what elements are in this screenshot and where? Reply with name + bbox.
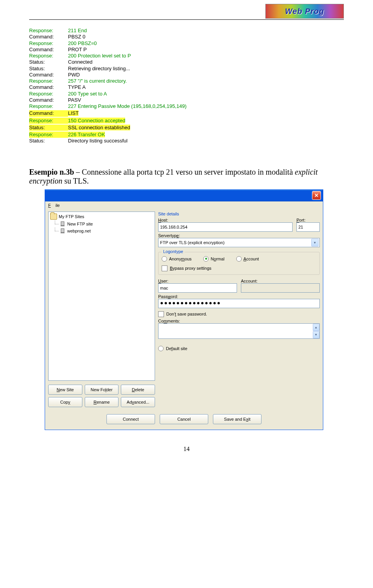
account-input[interactable] [241,283,320,293]
password-input[interactable]: ●●●●●●●●●●●●●●● [158,299,320,308]
scroll-down-icon[interactable]: ▾ [313,331,319,338]
site-action-button[interactable]: Copy [48,397,82,407]
tree-item[interactable]: New FTP site [55,220,155,227]
tree-root-label: My FTP Sites [59,214,84,219]
dialog-action-button[interactable]: Cancel [160,414,208,424]
tree-item[interactable]: webprog.net [55,227,155,234]
site-action-button[interactable]: Delete [121,385,155,395]
example-text2: su TLS. [63,177,89,185]
svg-rect-3 [61,232,64,233]
logontype-radio[interactable] [162,256,167,262]
dont-save-password-checkbox[interactable] [158,311,164,317]
titlebar: ✕ [45,190,323,201]
dialog-action-button[interactable]: Save and Exit [213,414,261,424]
horizontal-rule [29,19,344,20]
site-action-button[interactable]: New Site [48,385,82,395]
radio-label: Anonymous [169,257,192,261]
page-number: 14 [29,446,344,453]
server-icon [59,228,66,234]
radio-label: Account [244,257,259,261]
svg-rect-0 [61,222,64,225]
user-input[interactable] [158,283,237,293]
left-button-grid: New SiteNew FolderDeleteCopyRenameAdvanc… [48,385,155,407]
servertype-value: FTP over TLS (explicit encryption) [160,240,225,245]
folder-icon [50,213,57,220]
separator: – [74,168,82,176]
default-site-radio[interactable] [158,346,164,351]
menu-bar: File [45,201,323,209]
site-action-button[interactable]: Advanced... [121,397,155,407]
user-label: User: [158,279,237,283]
groupbox-title: Logontype [162,249,185,254]
logontype-radio[interactable] [203,256,209,262]
host-label: Host: [158,218,293,222]
comments-textarea[interactable]: ▴ ▾ [158,323,320,339]
svg-rect-1 [61,225,64,226]
dialog-action-button[interactable]: Connect [106,414,155,424]
comments-label: Comments: [158,319,320,323]
site-action-button[interactable]: Rename [85,397,119,407]
password-label: Password: [158,294,320,299]
servertype-dropdown[interactable]: FTP over TLS (explicit encryption) ▾ [158,238,320,247]
site-action-button[interactable]: New Folder [85,385,119,395]
site-manager-dialog: ✕ File My FTP Sites New FTP sitewebprog.… [45,189,323,430]
bypass-proxy-label: Bypass proxy settings [170,266,211,271]
svg-rect-2 [61,229,64,232]
logontype-groupbox: Logontype AnonymousNormalAccount Bypass … [158,252,320,275]
logontype-radio[interactable] [236,256,242,262]
logo-image: Web Prog [265,4,344,19]
default-site-label: Default site [166,346,187,351]
site-details-label: Site details [158,212,320,216]
example-paragraph: Esempio n.3b – Connessione alla porta tc… [29,168,344,186]
example-text1: Connessione alla porta tcp 21 verso un s… [82,168,295,176]
bypass-proxy-checkbox[interactable] [162,265,167,271]
ftp-log-block: Response:211 EndCommand:PBSZ 0Response:2… [29,28,344,144]
menu-file[interactable]: File [48,203,60,208]
header-logo-area: Web Prog [29,0,344,19]
servertype-label: Servertype: [158,233,320,238]
site-tree[interactable]: My FTP Sites New FTP sitewebprog.net [48,212,155,381]
radio-label: Normal [211,257,224,261]
dialog-button-row: ConnectCancelSave and Exit [45,410,323,430]
chevron-down-icon: ▾ [311,239,319,246]
close-button[interactable]: ✕ [312,191,321,200]
account-label: Account: [241,279,320,283]
server-icon [59,221,66,227]
dont-save-password-label: Don't save password. [166,312,207,316]
scroll-up-icon[interactable]: ▴ [313,324,319,331]
example-bold: Esempio n.3b [29,168,74,176]
port-input[interactable] [296,222,320,232]
host-input[interactable] [158,222,293,232]
port-label: Port: [296,218,320,222]
